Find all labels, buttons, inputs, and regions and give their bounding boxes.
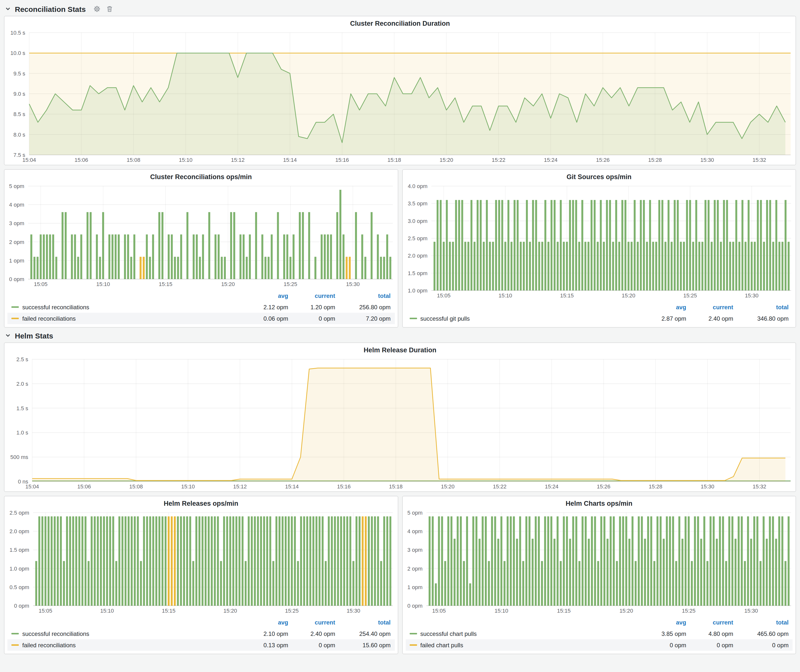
legend-col-avg[interactable]: avg bbox=[639, 619, 686, 626]
svg-text:15:12: 15:12 bbox=[231, 157, 245, 163]
legend-col-current[interactable]: current bbox=[686, 619, 733, 626]
svg-text:2 opm: 2 opm bbox=[9, 239, 24, 245]
legend-helm-charts: avg current total successful chart pulls… bbox=[402, 616, 795, 654]
panel-title-helm-charts-opm[interactable]: Helm Charts ops/min bbox=[402, 496, 795, 509]
legend-git-sources: avg current total successful git pulls 2… bbox=[402, 300, 795, 327]
svg-text:10.5 s: 10.5 s bbox=[10, 30, 25, 36]
svg-text:10.0 s: 10.0 s bbox=[10, 50, 25, 56]
legend-row-failed-reconciliations: failed reconciliations 0.06 opm 0 opm 7.… bbox=[7, 313, 395, 324]
legend-series-toggle[interactable]: failed reconciliations bbox=[11, 642, 241, 648]
svg-text:15:24: 15:24 bbox=[545, 483, 558, 490]
svg-text:15:30: 15:30 bbox=[700, 157, 714, 163]
panel-title-cluster-reconciliation-duration[interactable]: Cluster Reconciliation Duration bbox=[5, 16, 795, 29]
svg-text:15:32: 15:32 bbox=[752, 157, 766, 163]
panel-helm-releases-opm: Helm Releases ops/min 0 opm0.5 opm1.0 op… bbox=[4, 496, 398, 654]
legend-col-avg[interactable]: avg bbox=[241, 619, 288, 626]
row-header-reconciliation-stats: Reconciliation Stats bbox=[0, 2, 800, 16]
chevron-down-icon[interactable] bbox=[5, 333, 11, 338]
svg-text:15:05: 15:05 bbox=[34, 281, 48, 287]
svg-text:15:10: 15:10 bbox=[498, 293, 512, 299]
legend-current-value: 1.20 opm bbox=[288, 304, 335, 310]
panel-title-helm-release-duration[interactable]: Helm Release Duration bbox=[5, 343, 795, 355]
svg-text:15:06: 15:06 bbox=[77, 483, 91, 490]
svg-text:4 opm: 4 opm bbox=[407, 528, 422, 534]
legend-total-value: 15.60 opm bbox=[335, 642, 390, 648]
panel-cluster-reconciliations-opm: Cluster Reconciliations ops/min 0 opm1 o… bbox=[4, 169, 398, 328]
legend-col-current[interactable]: current bbox=[288, 619, 335, 626]
legend-series-toggle[interactable]: successful reconciliations bbox=[11, 304, 241, 310]
svg-text:1 opm: 1 opm bbox=[407, 584, 422, 590]
legend-series-toggle[interactable]: successful chart pulls bbox=[410, 630, 639, 637]
row-title-reconciliation-stats[interactable]: Reconciliation Stats bbox=[15, 5, 86, 13]
chart-helm-releases-opm[interactable]: 0 opm0.5 opm1.0 opm1.5 opm2.0 opm2.5 opm… bbox=[5, 509, 398, 616]
legend-col-current[interactable]: current bbox=[288, 292, 335, 299]
legend-col-total[interactable]: total bbox=[733, 619, 789, 626]
legend-col-total[interactable]: total bbox=[335, 619, 390, 626]
panel-title-git-sources-opm[interactable]: Git Sources ops/min bbox=[402, 170, 795, 182]
legend-current-value: 2.40 opm bbox=[686, 315, 733, 322]
svg-text:4 opm: 4 opm bbox=[9, 202, 24, 208]
legend-series-toggle[interactable]: successful git pulls bbox=[410, 315, 639, 322]
svg-text:1.5 s: 1.5 s bbox=[16, 405, 28, 411]
legend-cluster-reconciliations: avg current total successful reconciliat… bbox=[5, 289, 398, 327]
row-title-helm-stats[interactable]: Helm Stats bbox=[15, 331, 53, 340]
svg-text:15:16: 15:16 bbox=[335, 157, 349, 163]
svg-text:0.5 opm: 0.5 opm bbox=[10, 584, 29, 590]
chart-helm-release-duration[interactable]: 0 ns500 ms1.0 s1.5 s2.0 s2.5 s15:0415:06… bbox=[5, 355, 795, 491]
svg-text:15:30: 15:30 bbox=[745, 293, 758, 299]
svg-text:15:30: 15:30 bbox=[701, 483, 714, 490]
chart-git-sources-opm[interactable]: 1.0 opm1.5 opm2.0 opm2.5 opm3.0 opm3.5 o… bbox=[402, 182, 795, 300]
legend-total-value: 0 opm bbox=[733, 642, 789, 648]
chevron-down-icon[interactable] bbox=[5, 6, 11, 12]
svg-text:9.0 s: 9.0 s bbox=[13, 91, 25, 97]
legend-col-avg[interactable]: avg bbox=[241, 292, 288, 299]
svg-text:2.5 opm: 2.5 opm bbox=[408, 235, 427, 242]
series-color-dash bbox=[410, 644, 417, 646]
legend-col-current[interactable]: current bbox=[686, 304, 733, 310]
svg-text:2.0 s: 2.0 s bbox=[16, 381, 28, 387]
svg-text:500 ms: 500 ms bbox=[10, 454, 28, 460]
panel-git-sources-opm: Git Sources ops/min 1.0 opm1.5 opm2.0 op… bbox=[402, 169, 796, 328]
legend-series-toggle[interactable]: failed reconciliations bbox=[11, 315, 241, 322]
svg-text:15:20: 15:20 bbox=[440, 157, 453, 163]
chart-helm-charts-opm[interactable]: 0 opm1 opm2 opm3 opm4 opm5 opm15:0515:10… bbox=[402, 509, 795, 616]
svg-text:15:04: 15:04 bbox=[22, 157, 36, 163]
svg-text:1.5 opm: 1.5 opm bbox=[10, 547, 29, 553]
svg-text:15:22: 15:22 bbox=[492, 157, 506, 163]
svg-text:15:28: 15:28 bbox=[648, 157, 662, 163]
legend-avg-value: 0.13 opm bbox=[241, 642, 288, 648]
svg-text:2 opm: 2 opm bbox=[407, 566, 422, 572]
panel-title-cluster-reconciliations-opm[interactable]: Cluster Reconciliations ops/min bbox=[5, 170, 398, 182]
legend-avg-value: 2.12 opm bbox=[241, 304, 288, 310]
trash-icon[interactable] bbox=[107, 5, 113, 12]
svg-text:0 opm: 0 opm bbox=[14, 603, 29, 609]
svg-text:15:16: 15:16 bbox=[337, 483, 350, 490]
svg-text:1.0 opm: 1.0 opm bbox=[408, 288, 427, 294]
svg-text:2.5 opm: 2.5 opm bbox=[10, 510, 29, 516]
legend-col-total[interactable]: total bbox=[733, 304, 789, 310]
legend-series-toggle[interactable]: failed chart pulls bbox=[410, 642, 639, 648]
legend-col-total[interactable]: total bbox=[335, 292, 390, 299]
legend-series-toggle[interactable]: successful reconciliations bbox=[11, 630, 241, 637]
panel-helm-release-duration: Helm Release Duration 0 ns500 ms1.0 s1.5… bbox=[4, 342, 796, 492]
legend-col-avg[interactable]: avg bbox=[639, 304, 686, 310]
svg-text:1.0 opm: 1.0 opm bbox=[10, 566, 29, 572]
panel-title-helm-releases-opm[interactable]: Helm Releases ops/min bbox=[5, 496, 398, 509]
legend-row-failed-chart-pulls: failed chart pulls 0 opm 0 opm 0 opm bbox=[405, 639, 793, 651]
series-color-dash bbox=[11, 318, 19, 319]
svg-text:2.0 opm: 2.0 opm bbox=[10, 528, 29, 534]
svg-text:15:04: 15:04 bbox=[25, 483, 39, 490]
legend-avg-value: 3.85 opm bbox=[639, 630, 686, 637]
series-color-dash bbox=[410, 633, 417, 634]
svg-text:15:18: 15:18 bbox=[389, 483, 402, 490]
legend-header: avg current total bbox=[405, 301, 793, 313]
legend-avg-value: 2.10 opm bbox=[241, 630, 288, 637]
svg-text:15:25: 15:25 bbox=[682, 608, 695, 614]
svg-text:15:22: 15:22 bbox=[493, 483, 506, 490]
chart-cluster-reconciliation-duration[interactable]: 7.5 s8.0 s8.5 s9.0 s9.5 s10.0 s10.5 s15:… bbox=[5, 29, 795, 165]
svg-text:15:10: 15:10 bbox=[494, 608, 508, 614]
gear-icon[interactable] bbox=[94, 5, 101, 12]
svg-text:15:08: 15:08 bbox=[129, 483, 143, 490]
svg-text:15:26: 15:26 bbox=[597, 483, 610, 490]
chart-cluster-reconciliations-opm[interactable]: 0 opm1 opm2 opm3 opm4 opm5 opm15:0515:10… bbox=[5, 182, 398, 289]
